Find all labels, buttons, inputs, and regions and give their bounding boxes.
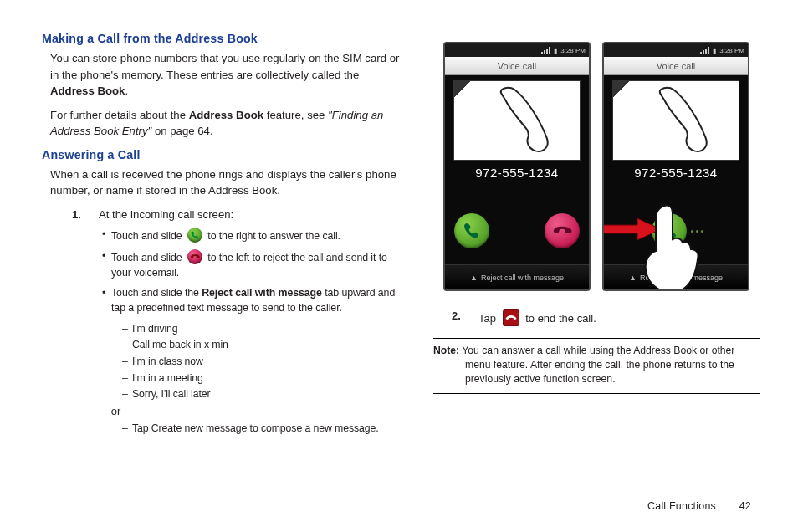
- signal-icon: [699, 47, 709, 54]
- para-crossref: For further details about the Address Bo…: [50, 107, 403, 140]
- signal-icon: [540, 47, 550, 54]
- answer-slide-icon: [187, 228, 202, 243]
- answer-button[interactable]: [450, 209, 494, 253]
- preset-msg-3: I'm in class now: [122, 354, 403, 371]
- left-column: Making a Call from the Address Book You …: [42, 32, 403, 437]
- step-1-number: 1.: [72, 207, 97, 223]
- phone-screenshot-1: ▮ 3:28 PM Voice call 972-555-1234 ▲Rejec: [443, 42, 591, 291]
- preset-msg-1: I'm driving: [122, 321, 403, 338]
- step-1-text: At the incoming call screen:: [99, 207, 233, 223]
- phone-screenshot-2: ▮ 3:28 PM Voice call 972-555-1234: [602, 42, 749, 291]
- preset-msg-create: Tap Create new message to compose a new …: [122, 421, 403, 437]
- status-time: 3:28 PM: [560, 47, 586, 54]
- note-text: Note: You can answer a call while using …: [433, 344, 760, 386]
- preset-msg-2: Call me back in x min: [122, 337, 403, 354]
- voice-call-label: Voice call: [445, 57, 589, 75]
- or-divider: – or –: [102, 405, 403, 417]
- battery-icon: ▮: [713, 47, 716, 54]
- right-column: ▮ 3:28 PM Voice call 972-555-1234 ▲Rejec: [433, 32, 760, 437]
- hand-pointer-icon: [639, 202, 714, 291]
- status-bar: ▮ 3:28 PM: [445, 43, 589, 57]
- reject-slide-icon: [187, 249, 202, 264]
- bullet-answer: Touch and slide to the right to answer t…: [102, 228, 403, 244]
- heading-answering: Answering a Call: [42, 148, 403, 161]
- phone-reject-icon: [545, 213, 580, 248]
- footer-section: Call Functions: [647, 500, 716, 512]
- preset-msg-4: I'm in a meeting: [122, 371, 403, 387]
- status-time: 3:28 PM: [719, 47, 744, 54]
- reject-button[interactable]: [540, 209, 584, 253]
- caller-avatar: [453, 80, 581, 161]
- caller-number: 972-555-1234: [445, 166, 589, 180]
- note-rule-top: [433, 338, 760, 339]
- step-2: 2. Tap to end the call.: [452, 309, 760, 326]
- bullet-reject-msg: Touch and slide the Reject call with mes…: [102, 286, 403, 316]
- phone-answer-icon: [454, 213, 489, 248]
- heading-making-call: Making a Call from the Address Book: [42, 32, 403, 45]
- preset-msg-5: Sorry, I'll call later: [122, 386, 403, 403]
- note-rule-bottom: [433, 393, 760, 394]
- reject-with-message-tab[interactable]: ▲Reject call with message: [445, 264, 589, 289]
- caller-number: 972-555-1234: [604, 166, 748, 180]
- step-2-number: 2.: [452, 309, 477, 326]
- page-footer: Call Functions 42: [647, 500, 751, 512]
- caller-avatar: [612, 80, 739, 161]
- battery-icon: ▮: [554, 47, 557, 54]
- status-bar: ▮ 3:28 PM: [604, 43, 748, 57]
- bullet-reject: Touch and slide to the left to reject th…: [102, 249, 403, 281]
- para-answering: When a call is received the phone rings …: [50, 166, 403, 199]
- para-intro: You can store phone numbers that you use…: [50, 50, 403, 100]
- step-1: 1. At the incoming call screen:: [72, 207, 403, 223]
- voice-call-label: Voice call: [604, 57, 748, 75]
- phone-screenshots: ▮ 3:28 PM Voice call 972-555-1234 ▲Rejec: [433, 42, 760, 291]
- footer-page-number: 42: [739, 500, 751, 512]
- end-call-icon: [503, 309, 519, 326]
